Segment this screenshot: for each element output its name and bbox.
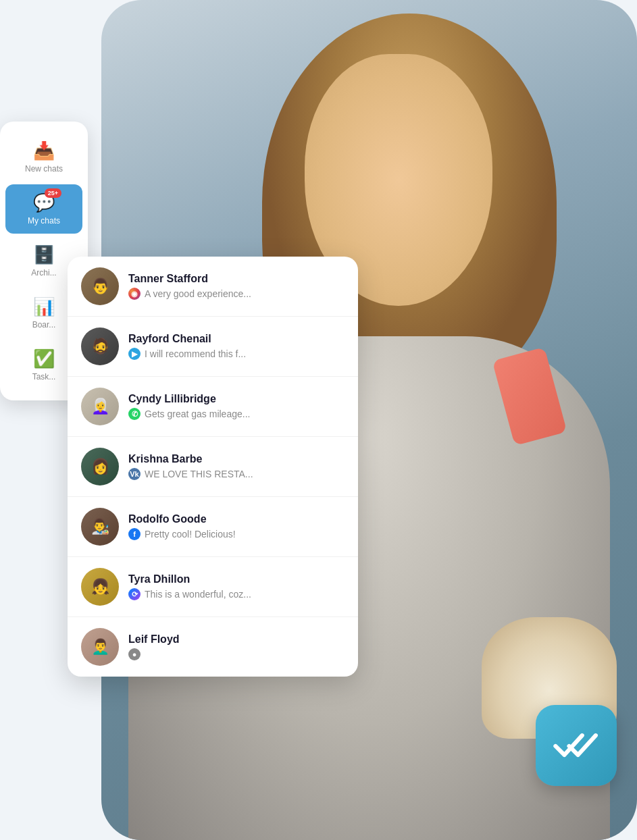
chat-list-item[interactable]: 👨‍🎨 Rodolfo Goode f Pretty cool! Delicio…: [68, 497, 358, 557]
avatar: 👧: [81, 568, 119, 606]
chat-preview: ⟳ This is a wonderful, coz...: [128, 588, 345, 600]
app-icon: [536, 705, 617, 786]
preview-text: Gets great gas mileage...: [145, 409, 250, 419]
sidebar-label-tasks: Task...: [32, 372, 56, 382]
chat-info: Rodolfo Goode f Pretty cool! Delicious!: [128, 513, 345, 540]
preview-text: WE LOVE THIS RESTA...: [145, 469, 253, 479]
preview-text: A very good experience...: [145, 288, 251, 299]
contact-name: Tyra Dhillon: [128, 573, 345, 585]
chat-info: Cyndy Lillibridge ✆ Gets great gas milea…: [128, 393, 345, 420]
boards-icon: 📊: [33, 296, 55, 317]
chat-preview: ●: [128, 648, 345, 660]
chat-preview: ◉ A very good experience...: [128, 288, 345, 300]
sidebar-item-new-chats[interactable]: 📥 New chats: [5, 132, 82, 182]
tasks-icon: ✅: [33, 348, 55, 369]
chat-preview: ▶ I will recommend this f...: [128, 348, 345, 360]
my-chats-icon: 💬 25+: [33, 192, 55, 213]
avatar: 🧔: [81, 327, 119, 365]
messenger-platform-icon: ⟳: [128, 588, 141, 600]
chat-list-item[interactable]: 👩 Krishna Barbe Vk WE LOVE THIS RESTA...: [68, 437, 358, 497]
chat-info: Krishna Barbe Vk WE LOVE THIS RESTA...: [128, 453, 345, 480]
whatsapp-platform-icon: ✆: [128, 408, 141, 420]
chat-info: Leif Floyd ●: [128, 633, 345, 660]
sidebar-label-boards: Boar...: [32, 320, 56, 330]
contact-name: Krishna Barbe: [128, 453, 345, 465]
chat-list-item[interactable]: 🧔 Rayford Chenail ▶ I will recommend thi…: [68, 317, 358, 377]
double-check-icon: [553, 729, 600, 762]
new-chats-icon: 📥: [33, 140, 55, 161]
avatar: 👨‍🦱: [81, 628, 119, 666]
avatar: 👩‍🦳: [81, 388, 119, 425]
avatar: 👨: [81, 267, 119, 305]
avatar: 👩: [81, 448, 119, 485]
chat-list-item[interactable]: 👨‍🦱 Leif Floyd ●: [68, 617, 358, 677]
chat-info: Tyra Dhillon ⟳ This is a wonderful, coz.…: [128, 573, 345, 600]
chat-preview: f Pretty cool! Delicious!: [128, 528, 345, 540]
sidebar-label-my-chats: My chats: [28, 216, 60, 226]
vk-platform-icon: Vk: [128, 468, 141, 480]
generic-platform-icon: ●: [128, 648, 141, 660]
contact-name: Rodolfo Goode: [128, 513, 345, 525]
chat-list-item[interactable]: 👨 Tanner Stafford ◉ A very good experien…: [68, 257, 358, 317]
sidebar-label-archived: Archi...: [31, 268, 56, 278]
preview-text: This is a wonderful, coz...: [145, 589, 251, 600]
preview-text: Pretty cool! Delicious!: [145, 529, 236, 540]
contact-name: Cyndy Lillibridge: [128, 393, 345, 405]
facebook-platform-icon: f: [128, 528, 141, 540]
chat-info: Tanner Stafford ◉ A very good experience…: [128, 273, 345, 300]
contact-name: Leif Floyd: [128, 633, 345, 646]
contact-name: Tanner Stafford: [128, 273, 345, 285]
avatar: 👨‍🎨: [81, 508, 119, 546]
sidebar-label-new-chats: New chats: [25, 164, 63, 174]
chat-info: Rayford Chenail ▶ I will recommend this …: [128, 333, 345, 360]
archived-icon: 🗄️: [33, 244, 55, 265]
my-chats-badge: 25+: [45, 188, 61, 198]
preview-text: I will recommend this f...: [145, 348, 246, 359]
contact-name: Rayford Chenail: [128, 333, 345, 345]
chat-preview: ✆ Gets great gas mileage...: [128, 408, 345, 420]
telegram-platform-icon: ▶: [128, 348, 141, 360]
chat-preview: Vk WE LOVE THIS RESTA...: [128, 468, 345, 480]
sidebar-item-my-chats[interactable]: 💬 25+ My chats: [5, 184, 82, 234]
chat-list-panel: 👨 Tanner Stafford ◉ A very good experien…: [68, 257, 358, 677]
instagram-platform-icon: ◉: [128, 288, 141, 300]
chat-list-item[interactable]: 👩‍🦳 Cyndy Lillibridge ✆ Gets great gas m…: [68, 377, 358, 437]
chat-list-item[interactable]: 👧 Tyra Dhillon ⟳ This is a wonderful, co…: [68, 557, 358, 617]
